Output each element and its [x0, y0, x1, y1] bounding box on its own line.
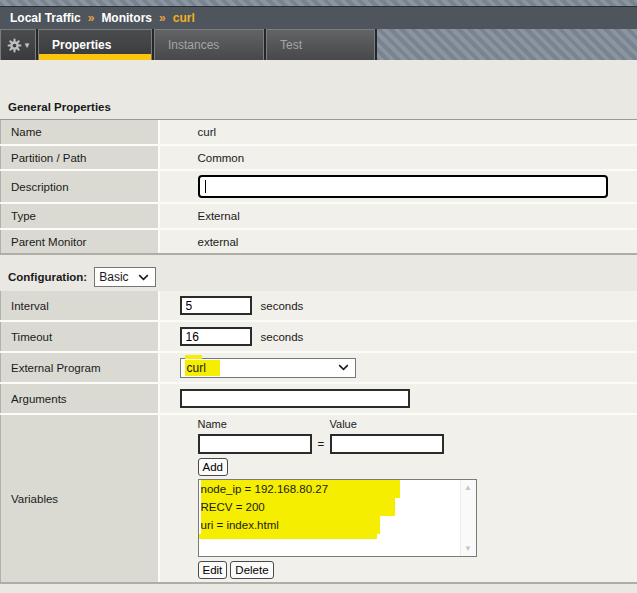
parent-monitor-value: external [159, 229, 637, 254]
description-input[interactable] [198, 175, 608, 198]
general-properties-section-header: General Properties [0, 97, 637, 120]
arguments-input[interactable] [180, 389, 410, 408]
variables-label: Variables [1, 414, 159, 583]
table-row: Partition / Path Common [1, 145, 637, 170]
tab-instances-label: Instances [168, 38, 219, 52]
variable-name-input[interactable] [198, 434, 312, 454]
tab-bar: ▾ Properties Instances Test [0, 29, 637, 60]
equals-sign: = [318, 438, 325, 450]
table-row: Description [1, 170, 637, 203]
configuration-header: Configuration: Basic [8, 267, 637, 287]
tab-properties[interactable]: Properties [38, 29, 152, 60]
chevron-down-icon [338, 364, 349, 371]
configuration-mode-value: Basic [99, 270, 128, 284]
breadcrumb: Local Traffic » Monitors » curl [0, 6, 637, 29]
add-button[interactable]: Add [198, 458, 228, 476]
partition-label: Partition / Path [1, 145, 159, 170]
description-label: Description [1, 170, 159, 203]
interval-label: Interval [1, 291, 159, 321]
variables-column-headers: Name Value [198, 418, 637, 430]
text-caret [205, 180, 206, 193]
table-row: Timeout seconds [1, 321, 637, 352]
variable-value-input[interactable] [330, 434, 444, 454]
partition-value: Common [159, 145, 637, 170]
marker-highlight-smudge [185, 355, 202, 359]
scroll-down-icon[interactable]: ▼ [464, 544, 472, 553]
variables-listbox[interactable]: node_ip = 192.168.80.27 RECV = 200 uri =… [198, 479, 477, 557]
table-row: Parent Monitor external [1, 229, 637, 254]
menu-caret-icon: ▾ [25, 41, 30, 50]
type-label: Type [1, 203, 159, 229]
list-item[interactable]: RECV = 200 [199, 498, 476, 516]
timeout-unit-label: seconds [261, 331, 304, 343]
tab-properties-label: Properties [52, 38, 111, 52]
list-item[interactable]: node_ip = 192.168.80.27 [199, 480, 476, 498]
active-tab-underline [39, 54, 151, 60]
tab-test-label: Test [280, 38, 302, 52]
breadcrumb-separator: » [159, 11, 166, 25]
list-item[interactable]: uri = index.html [199, 516, 476, 534]
name-value: curl [159, 120, 637, 145]
table-row: Name curl [1, 120, 637, 145]
name-label: Name [1, 120, 159, 145]
general-properties-table: Name curl Partition / Path Common Descri… [0, 120, 637, 255]
marker-highlight-tail [199, 534, 377, 539]
table-row: Type External [1, 203, 637, 229]
external-program-select[interactable]: curl [180, 358, 356, 378]
type-value: External [159, 203, 637, 229]
table-row: Variables Name Value = Add node_ip = 192… [1, 414, 637, 583]
interval-unit-label: seconds [261, 300, 304, 312]
arguments-label: Arguments [1, 383, 159, 414]
configuration-mode-select[interactable]: Basic [94, 267, 156, 287]
breadcrumb-item-monitors[interactable]: Monitors [101, 11, 152, 25]
breadcrumb-item-current: curl [173, 11, 195, 25]
tabs-group: ▾ Properties Instances Test [0, 29, 377, 60]
timeout-label: Timeout [1, 321, 159, 352]
listbox-scrollbar[interactable]: ▲ ▼ [460, 480, 476, 556]
variables-editor: Name Value = Add node_ip = 192.168.80.27… [198, 418, 637, 579]
table-row: Interval seconds [1, 291, 637, 321]
chevron-down-icon [138, 274, 149, 281]
timeout-input[interactable] [180, 327, 252, 346]
breadcrumb-item-local-traffic[interactable]: Local Traffic [10, 11, 81, 25]
edit-button[interactable]: Edit [198, 561, 228, 579]
breadcrumb-separator: » [88, 11, 95, 25]
options-menu-button[interactable]: ▾ [0, 29, 36, 60]
tab-instances[interactable]: Instances [154, 29, 264, 60]
section-title: General Properties [8, 101, 111, 113]
interval-input[interactable] [180, 296, 252, 315]
scroll-up-icon[interactable]: ▲ [464, 483, 472, 492]
table-row: External Program curl [1, 352, 637, 383]
delete-button[interactable]: Delete [230, 561, 273, 579]
configuration-label: Configuration: [8, 271, 87, 283]
external-program-label: External Program [1, 352, 159, 383]
variables-name-header: Name [198, 418, 330, 430]
gear-icon [7, 38, 22, 53]
external-program-value: curl [185, 360, 220, 376]
parent-monitor-label: Parent Monitor [1, 229, 159, 254]
configuration-table: Interval seconds Timeout seconds Externa… [0, 291, 637, 584]
table-row: Arguments [1, 383, 637, 414]
variables-value-header: Value [330, 418, 357, 430]
tab-test[interactable]: Test [266, 29, 375, 60]
